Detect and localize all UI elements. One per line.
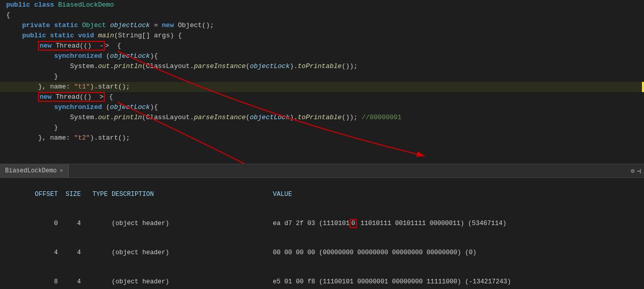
console-redbox-1: 0 [350,219,357,228]
console-data-row-3: 8 4 (object header) e5 01 00 f8 (1110010… [4,268,640,289]
code-line-5: new Thread(() -> { [0,41,644,51]
tab-label: BiasedLockDemo [5,167,57,174]
code-line-8: } [0,72,644,82]
console-data-row-1: 0 4 (object header) ea d7 2f 03 (1110101… [4,209,640,238]
code-line-3: private static Object objectLock = new O… [0,20,644,31]
redbox-2: new Thread(() > [38,92,105,102]
code-line-6: synchronized (objectLock){ [0,51,644,61]
code-line-4: public static void main(String[] args) { [0,31,644,41]
code-line-13: } [0,123,644,133]
tab-close-button[interactable]: × [60,168,63,174]
code-line-9: }, name: "t1").start(); [0,82,644,92]
code-line-11: synchronized (objectLock){ [0,102,644,113]
code-line-1: public class BiasedLockDemo [0,0,644,10]
redbox-1: new Thread(() - [38,41,105,51]
gear-icon[interactable]: ⚙ [631,167,634,175]
code-line-7: System.out.println(ClassLayout.parseInst… [0,61,644,72]
tab-actions: ⚙ ⊣ [631,167,644,175]
code-line-12: System.out.println(ClassLayout.parseInst… [0,113,644,123]
yellow-indicator [642,82,644,92]
console-output: OFFSET SIZE TYPE DESCRIPTION VALUE 0 4 (… [0,178,644,289]
pin-icon[interactable]: ⊣ [637,167,641,175]
code-editor: public class BiasedLockDemo { private st… [0,0,644,164]
code-line-10: new Thread(() > { [0,92,644,102]
code-line-2: { [0,10,644,20]
console-data-row-2: 4 4 (object header) 00 00 00 00 (0000000… [4,238,640,268]
console-wrapper: OFFSET SIZE TYPE DESCRIPTION VALUE 0 4 (… [0,178,644,289]
tab-biasedlockdemo[interactable]: BiasedLockDemo × [0,164,69,177]
code-line-14: }, name: "t2").start(); [0,133,644,143]
tab-bar: BiasedLockDemo × ⚙ ⊣ [0,164,644,178]
console-header-row-1: OFFSET SIZE TYPE DESCRIPTION VALUE [4,180,640,209]
